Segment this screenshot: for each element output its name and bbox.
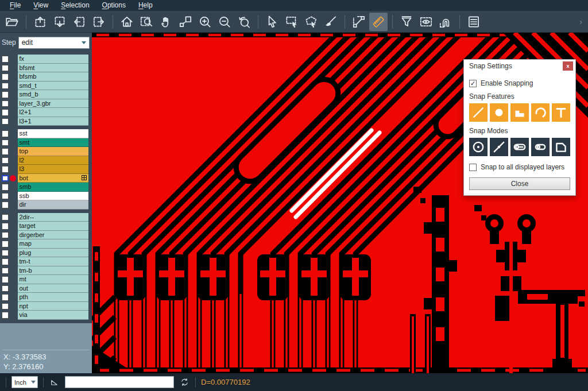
layer-visibility-checkbox[interactable] xyxy=(2,250,9,257)
layer-label[interactable]: l2 xyxy=(18,156,89,165)
layer-visibility-checkbox[interactable] xyxy=(2,73,9,80)
all-layers-row[interactable]: Snap to all displayed layers xyxy=(469,163,570,171)
layer-visibility-checkbox[interactable] xyxy=(2,193,9,200)
step-dropdown[interactable]: edit xyxy=(18,37,90,49)
layer-label[interactable]: l3 xyxy=(18,165,89,174)
layer-label[interactable]: via xyxy=(18,311,89,320)
all-layers-checkbox[interactable] xyxy=(469,164,477,171)
layer-label[interactable]: bot xyxy=(18,174,89,183)
layer-row-mt[interactable]: mt xyxy=(0,275,92,284)
select-rectangle-button[interactable] xyxy=(283,13,301,31)
measure-input[interactable] xyxy=(65,376,174,388)
layer-visibility-checkbox[interactable] xyxy=(2,241,9,247)
layer-row-ssb[interactable]: ssb xyxy=(0,192,92,201)
menu-options[interactable]: Options xyxy=(96,0,132,11)
mode-center-button[interactable] xyxy=(469,138,488,156)
layer-label[interactable]: top xyxy=(18,147,89,156)
layer-row-npt[interactable]: npt xyxy=(0,302,92,311)
layer-label[interactable]: target xyxy=(18,222,89,231)
layer-row-l2+1[interactable]: l2+1 xyxy=(0,108,92,117)
layer-visibility-checkbox[interactable] xyxy=(2,157,9,164)
mode-slot-button[interactable] xyxy=(531,138,550,156)
layer-row-plug[interactable]: plug xyxy=(0,249,92,258)
layer-label[interactable]: dir xyxy=(18,200,89,210)
layer-row-map[interactable]: map xyxy=(0,239,92,249)
layer-visibility-checkbox[interactable] xyxy=(2,140,9,146)
layer-label[interactable]: plug xyxy=(18,249,89,258)
layer-row-l3[interactable]: l3 xyxy=(0,165,92,174)
open-folder-button[interactable] xyxy=(3,13,21,31)
layer-visibility-checkbox[interactable] xyxy=(2,91,9,98)
layer-label[interactable]: bfsmb xyxy=(18,72,89,82)
close-icon[interactable]: x xyxy=(563,61,573,71)
menu-file[interactable]: File xyxy=(3,0,27,11)
layer-row-smb[interactable]: smb xyxy=(0,183,92,192)
layer-row-target[interactable]: target xyxy=(0,222,92,231)
layer-row-tm-b[interactable]: tm-b xyxy=(0,266,92,276)
shift-right-button[interactable] xyxy=(90,13,108,31)
layer-visibility-checkbox[interactable] xyxy=(2,100,9,107)
layer-row-layer_3.gbr[interactable]: layer_3.gbr xyxy=(0,99,92,109)
layer-label[interactable]: smt xyxy=(18,138,89,148)
mode-point-line-button[interactable] xyxy=(490,138,508,156)
layer-row-smd_t[interactable]: smd_t xyxy=(0,82,92,91)
layer-visibility-checkbox[interactable] xyxy=(2,130,9,137)
layer-visibility-checkbox[interactable] xyxy=(2,285,9,292)
close-button[interactable]: Close xyxy=(469,177,570,190)
layer-visibility-checkbox[interactable] xyxy=(2,65,9,72)
layer-visibility-checkbox[interactable] xyxy=(2,223,9,230)
layer-visibility-checkbox[interactable] xyxy=(2,56,9,63)
layer-visibility-checkbox[interactable] xyxy=(2,232,9,239)
home-button[interactable] xyxy=(118,13,136,31)
sync-icon[interactable] xyxy=(179,377,190,388)
layer-label[interactable]: map xyxy=(18,239,89,249)
layer-row-tm-t[interactable]: tm-t xyxy=(0,257,92,266)
shift-down-button[interactable] xyxy=(51,13,69,31)
layer-visibility-checkbox[interactable] xyxy=(2,175,9,182)
layer-row-bfsmb[interactable]: bfsmb xyxy=(0,72,92,82)
layer-label[interactable]: dirgerber xyxy=(18,231,89,240)
layer-row-pth[interactable]: pth xyxy=(0,293,92,302)
layer-label[interactable]: bfsmt xyxy=(18,64,89,73)
snap-text-button[interactable] xyxy=(552,103,570,122)
layer-row-l2[interactable]: l2 xyxy=(0,156,92,165)
select-polygon-button[interactable] xyxy=(302,13,320,31)
layer-row-via[interactable]: via xyxy=(0,311,92,320)
ruler-button[interactable] xyxy=(369,13,388,31)
layer-row-smd_b[interactable]: smd_b xyxy=(0,90,92,99)
layer-visibility-checkbox[interactable] xyxy=(2,268,9,274)
filter-button[interactable] xyxy=(397,13,416,31)
layer-row-fx[interactable]: fx xyxy=(0,55,92,64)
layer-label[interactable]: 2dir-- xyxy=(18,213,89,222)
snap-corner-button[interactable] xyxy=(510,103,529,122)
zoom-object-button[interactable] xyxy=(176,13,195,31)
layer-row-bot[interactable]: bot xyxy=(0,174,92,183)
snap-circle-button[interactable] xyxy=(490,103,508,122)
measure-line-button[interactable] xyxy=(350,13,368,31)
layer-label[interactable]: pth xyxy=(18,293,89,302)
layer-visibility-checkbox[interactable] xyxy=(2,276,9,283)
layer-label[interactable]: l2+1 xyxy=(18,108,89,117)
mode-contour-button[interactable] xyxy=(552,138,570,156)
layer-row-out[interactable]: out xyxy=(0,284,92,293)
brush-button[interactable] xyxy=(322,13,340,31)
layer-label[interactable]: l3+1 xyxy=(18,117,89,126)
layer-label[interactable]: out xyxy=(18,284,89,293)
shift-left-button[interactable] xyxy=(70,13,88,31)
layer-label[interactable]: sst xyxy=(18,129,89,138)
layer-label[interactable]: smb xyxy=(18,183,89,192)
shift-up-button[interactable] xyxy=(31,13,49,31)
toolbar-overflow-icon[interactable]: › xyxy=(579,17,586,26)
enable-snapping-row[interactable]: ✓ Enable Snapping xyxy=(469,79,570,87)
layer-row-l3+1[interactable]: l3+1 xyxy=(0,117,92,126)
angle-measure-icon[interactable] xyxy=(49,377,60,388)
layer-label[interactable]: smd_t xyxy=(18,82,89,91)
select-pointer-button[interactable] xyxy=(263,13,281,31)
menu-view[interactable]: View xyxy=(27,0,55,11)
layer-label[interactable]: layer_3.gbr xyxy=(18,99,89,109)
snap-button[interactable] xyxy=(436,13,455,31)
menu-help[interactable]: Help xyxy=(132,0,159,11)
snap-line-button[interactable] xyxy=(469,103,488,122)
layer-label[interactable]: ssb xyxy=(18,192,89,201)
layer-label[interactable]: tm-b xyxy=(18,266,89,276)
